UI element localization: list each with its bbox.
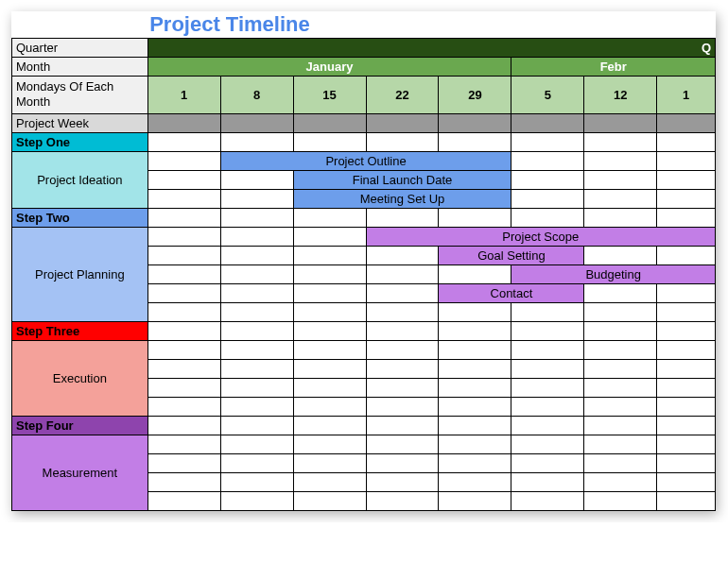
week-cell[interactable]	[293, 113, 366, 132]
step-three-row: Execution	[12, 340, 716, 359]
quarter-label: Quarter	[12, 38, 148, 57]
month-february[interactable]: Febr	[511, 57, 716, 76]
project-week-row: Project Week	[12, 113, 716, 132]
step-one-body: Project Ideation	[12, 151, 148, 208]
week-cell[interactable]	[366, 113, 439, 132]
monday-cell[interactable]: 15	[293, 76, 366, 113]
bar-contact[interactable]: Contact	[439, 283, 584, 302]
mondays-label: Mondays Of Each Month	[12, 76, 148, 113]
step-two-header-row: Step Two	[12, 208, 716, 227]
week-cell[interactable]	[147, 113, 220, 132]
timeline-sheet: Project Timeline Quarter Q Month January…	[11, 11, 716, 511]
quarter-bar[interactable]: Q	[147, 38, 715, 57]
month-january[interactable]: January	[147, 57, 511, 76]
bar-budgeting[interactable]: Budgeting	[511, 264, 716, 283]
step-two-body: Project Planning	[12, 227, 148, 321]
step-four-body: Measurement	[12, 435, 148, 510]
bar-project-scope[interactable]: Project Scope	[366, 227, 715, 246]
monday-cell[interactable]: 29	[439, 76, 511, 113]
step-four-row: Measurement	[12, 435, 716, 453]
step-two-header: Step Two	[12, 208, 148, 227]
monday-cell[interactable]: 22	[366, 76, 439, 113]
week-cell[interactable]	[220, 113, 293, 132]
timeline-table[interactable]: Project Timeline Quarter Q Month January…	[11, 11, 716, 511]
step-three-body: Execution	[12, 340, 148, 416]
bar-goal-setting[interactable]: Goal Setting	[439, 246, 584, 264]
monday-cell[interactable]: 1	[147, 76, 220, 113]
week-cell[interactable]	[439, 113, 511, 132]
mondays-row: Mondays Of Each Month 1 8 15 22 29 5 12 …	[12, 76, 716, 113]
step-one-header-row: Step One	[12, 132, 716, 151]
monday-cell[interactable]: 5	[511, 76, 584, 113]
step-four-header: Step Four	[12, 416, 148, 435]
step-two-row: Project Planning Project Scope	[12, 227, 716, 246]
quarter-row: Quarter Q	[12, 38, 716, 57]
step-one-row: Project Ideation Project Outline	[12, 151, 716, 170]
bar-final-launch-date[interactable]: Final Launch Date	[293, 170, 511, 189]
week-cell[interactable]	[584, 113, 657, 132]
monday-cell[interactable]: 1	[657, 76, 716, 113]
month-row: Month January Febr	[12, 57, 716, 76]
title-row: Project Timeline	[12, 11, 716, 38]
project-week-label: Project Week	[12, 113, 148, 132]
week-cell[interactable]	[657, 113, 716, 132]
step-four-header-row: Step Four	[12, 416, 716, 435]
monday-cell[interactable]: 8	[220, 76, 293, 113]
step-one-header: Step One	[12, 132, 148, 151]
week-cell[interactable]	[511, 113, 584, 132]
month-label: Month	[12, 57, 148, 76]
step-three-header-row: Step Three	[12, 321, 716, 340]
bar-project-outline[interactable]: Project Outline	[220, 151, 511, 170]
bar-meeting-set-up[interactable]: Meeting Set Up	[293, 189, 511, 208]
step-three-header: Step Three	[12, 321, 148, 340]
monday-cell[interactable]: 12	[584, 76, 657, 113]
page-title: Project Timeline	[147, 11, 715, 38]
